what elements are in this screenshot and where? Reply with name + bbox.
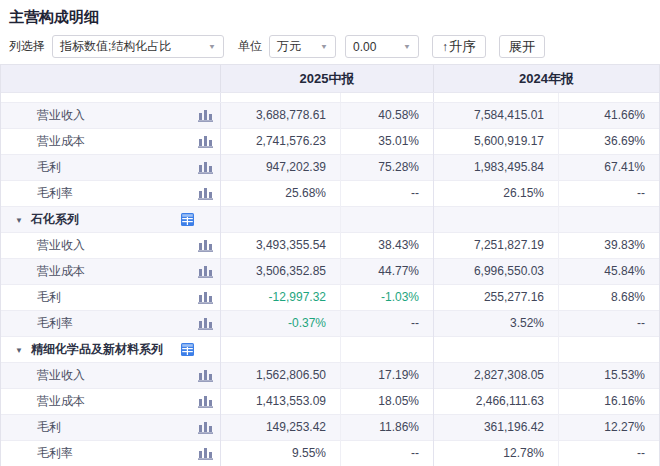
table-row: 毛利947,202.3975.28%1,983,495.8467.41% xyxy=(1,155,659,181)
column-select-dropdown[interactable]: 指标数值;结构化占比 ▼ xyxy=(52,35,224,58)
row-label: 营业收入 xyxy=(37,233,85,258)
bar-chart-icon[interactable] xyxy=(198,317,213,330)
bar-chart-icon[interactable] xyxy=(198,395,213,408)
cell-value: 18.05% xyxy=(340,389,433,415)
cell-value: 17.19% xyxy=(340,363,433,389)
row-name-cell: 毛利率 xyxy=(1,181,220,207)
cell-value: 41.66% xyxy=(558,103,659,129)
cell-value: 40.58% xyxy=(340,103,433,129)
bar-chart-icon[interactable] xyxy=(198,109,213,122)
table-row: 营业成本3,506,352.8544.77%6,996,550.0345.84% xyxy=(1,259,659,285)
cell-value: 11.86% xyxy=(340,415,433,441)
ascending-arrow-icon: ↑ xyxy=(442,40,448,54)
section-row: ▼精细化学品及新材料系列 xyxy=(1,337,659,363)
table-view-icon[interactable] xyxy=(181,213,194,226)
table-view-icon[interactable] xyxy=(181,343,194,356)
cell-value: 947,202.39 xyxy=(220,155,340,181)
column-select-label: 列选择 xyxy=(9,38,45,55)
cell-value xyxy=(558,337,659,363)
decimal-format-dropdown[interactable]: 0.00 ▼ xyxy=(345,35,419,58)
cell-value: 3,493,355.54 xyxy=(220,233,340,259)
row-name-cell: 营业收入 xyxy=(1,233,220,259)
table-row: 营业成本1,413,553.0918.05%2,466,111.6316.16% xyxy=(1,389,659,415)
cell-value: 1,983,495.84 xyxy=(433,155,558,181)
section-label: 精细化学品及新材料系列 xyxy=(31,337,163,362)
cell-value: 7,251,827.19 xyxy=(433,233,558,259)
table-body: 营业收入3,688,778.6140.58%7,584,415.0141.66%… xyxy=(1,103,659,466)
unit-label: 单位 xyxy=(238,38,262,55)
cell-value: 39.83% xyxy=(558,233,659,259)
table-row: 营业收入3,493,355.5438.43%7,251,827.1939.83% xyxy=(1,233,659,259)
row-name-cell: 营业收入 xyxy=(1,103,220,129)
bar-chart-icon[interactable] xyxy=(198,161,213,174)
cell-value xyxy=(433,337,558,363)
cell-value: 3.52% xyxy=(433,311,558,337)
cell-value: 2,741,576.23 xyxy=(220,129,340,155)
cell-value: 3,688,778.61 xyxy=(220,103,340,129)
chevron-down-icon: ▼ xyxy=(320,43,328,51)
collapse-caret-icon[interactable]: ▼ xyxy=(15,338,23,363)
cell-value: -- xyxy=(340,181,433,207)
expand-button-label: 展开 xyxy=(509,38,536,56)
table-row: 营业收入3,688,778.6140.58%7,584,415.0141.66% xyxy=(1,103,659,129)
row-label: 营业收入 xyxy=(37,103,85,128)
cell-value xyxy=(220,337,340,363)
cell-value: 6,996,550.03 xyxy=(433,259,558,285)
bar-chart-icon[interactable] xyxy=(198,421,213,434)
header-period-2025: 2025中报 xyxy=(220,65,433,92)
row-name-cell: 毛利 xyxy=(1,155,220,181)
row-name-cell: ▼精细化学品及新材料系列 xyxy=(1,337,220,363)
cell-value: 16.16% xyxy=(558,389,659,415)
table-row: 毛利-12,997.32-1.03%255,277.168.68% xyxy=(1,285,659,311)
bar-chart-icon[interactable] xyxy=(198,447,213,460)
sort-button-label: 升序 xyxy=(449,38,476,56)
row-name-cell: 毛利 xyxy=(1,415,220,441)
table-row: 营业成本2,741,576.2335.01%5,600,919.1736.69% xyxy=(1,129,659,155)
row-name-cell: 毛利率 xyxy=(1,311,220,337)
toolbar: 列选择 指标数值;结构化占比 ▼ 单位 万元 ▼ 0.00 ▼ ↑ 升序 展开 xyxy=(9,34,652,59)
cell-value: 361,196.42 xyxy=(433,415,558,441)
chevron-down-icon: ▼ xyxy=(208,43,216,51)
sort-ascending-button[interactable]: ↑ 升序 xyxy=(432,35,486,58)
cell-value: -- xyxy=(558,311,659,337)
bar-chart-icon[interactable] xyxy=(198,369,213,382)
expand-button[interactable]: 展开 xyxy=(499,35,546,58)
row-label: 营业成本 xyxy=(37,389,85,414)
row-label: 营业收入 xyxy=(37,363,85,388)
row-label: 营业成本 xyxy=(37,259,85,284)
row-name-cell: 毛利 xyxy=(1,285,220,311)
cell-value: 7,584,415.01 xyxy=(433,103,558,129)
row-name-cell: 营业成本 xyxy=(1,259,220,285)
cell-value: 45.84% xyxy=(558,259,659,285)
cell-value: 67.41% xyxy=(558,155,659,181)
bar-chart-icon[interactable] xyxy=(198,135,213,148)
cell-value: 38.43% xyxy=(340,233,433,259)
cell-value: -1.03% xyxy=(340,285,433,311)
unit-dropdown[interactable]: 万元 ▼ xyxy=(269,35,336,58)
cell-value: 255,277.16 xyxy=(433,285,558,311)
chevron-down-icon: ▼ xyxy=(403,43,411,51)
page-title: 主营构成明细 xyxy=(0,0,660,26)
cell-value: 12.27% xyxy=(558,415,659,441)
bar-chart-icon[interactable] xyxy=(198,187,213,200)
cell-value xyxy=(433,207,558,233)
row-name-cell: 营业收入 xyxy=(1,363,220,389)
cell-value: 3,506,352.85 xyxy=(220,259,340,285)
collapse-caret-icon[interactable]: ▼ xyxy=(15,208,23,233)
cell-value: -- xyxy=(558,181,659,207)
cell-value: -12,997.32 xyxy=(220,285,340,311)
bar-chart-icon[interactable] xyxy=(198,291,213,304)
cell-value: 8.68% xyxy=(558,285,659,311)
cell-value: 36.69% xyxy=(558,129,659,155)
cell-value: 25.68% xyxy=(220,181,340,207)
row-label: 毛利 xyxy=(37,155,61,180)
decimal-format-value: 0.00 xyxy=(353,40,376,54)
bar-chart-icon[interactable] xyxy=(198,239,213,252)
table-row: 毛利率25.68%--26.15%-- xyxy=(1,181,659,207)
bar-chart-icon[interactable] xyxy=(198,265,213,278)
row-name-cell: 营业成本 xyxy=(1,389,220,415)
cell-value: 12.78% xyxy=(433,441,558,466)
cell-value: 1,562,806.50 xyxy=(220,363,340,389)
row-label: 营业成本 xyxy=(37,129,85,154)
row-name-cell: 营业成本 xyxy=(1,129,220,155)
